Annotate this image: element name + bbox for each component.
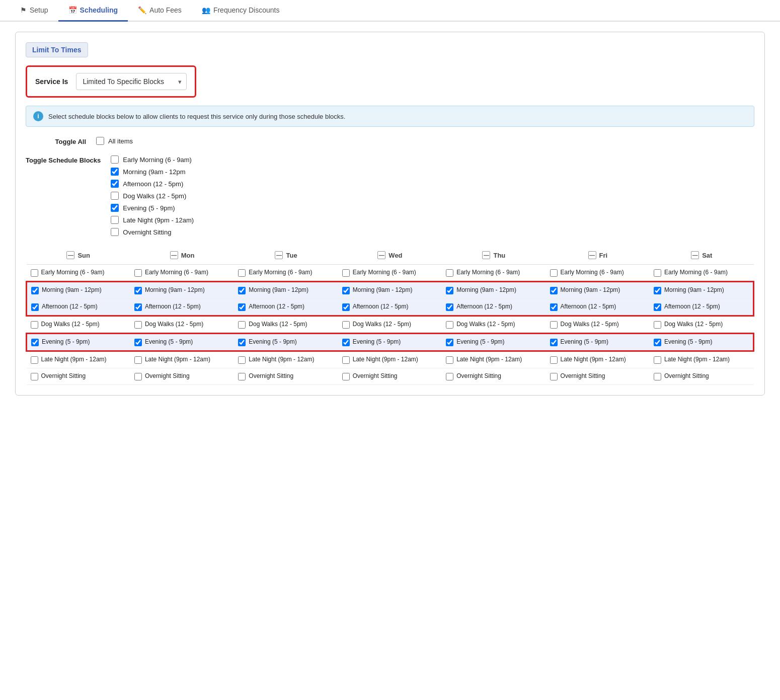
block-evening-checkbox[interactable] xyxy=(111,204,119,212)
day-header-tue[interactable]: — Tue xyxy=(234,246,338,265)
cb-tue-evening[interactable] xyxy=(238,339,246,346)
cb-tue-late-night[interactable] xyxy=(238,356,246,364)
cb-tue-early-morning[interactable] xyxy=(238,269,246,277)
row-late-night: Late Night (9pm - 12am) Late Night (9pm … xyxy=(27,351,754,368)
cell-mon-overnight: Overnight Sitting xyxy=(130,368,234,385)
cell-sat-evening: Evening (5 - 9pm) xyxy=(650,334,753,351)
cb-tue-afternoon[interactable] xyxy=(238,303,246,311)
cell-thu-early-morning: Early Morning (6 - 9am) xyxy=(442,265,545,282)
cb-wed-afternoon[interactable] xyxy=(342,303,350,311)
day-header-row: — Sun — Mon — xyxy=(27,246,754,265)
cb-thu-early-morning[interactable] xyxy=(446,269,453,277)
cb-fri-overnight[interactable] xyxy=(550,373,558,380)
schedule-grid: — Sun — Mon — xyxy=(26,246,754,385)
cb-thu-morning[interactable] xyxy=(446,287,453,294)
cb-wed-overnight[interactable] xyxy=(342,373,350,380)
cb-sun-overnight[interactable] xyxy=(31,373,38,380)
cell-mon-early-morning: Early Morning (6 - 9am) xyxy=(130,265,234,282)
block-afternoon-checkbox[interactable] xyxy=(111,180,119,188)
cb-mon-overnight[interactable] xyxy=(134,373,142,380)
cb-fri-late-night[interactable] xyxy=(550,356,558,364)
cb-fri-evening[interactable] xyxy=(550,339,558,346)
collapse-sat-icon[interactable]: — xyxy=(691,251,699,259)
day-header-wed[interactable]: — Wed xyxy=(338,246,442,265)
collapse-sun-icon[interactable]: — xyxy=(66,251,74,259)
day-header-thu[interactable]: — Thu xyxy=(442,246,545,265)
cb-thu-late-night[interactable] xyxy=(446,356,453,364)
cb-sat-early-morning[interactable] xyxy=(654,269,661,277)
cb-wed-late-night[interactable] xyxy=(342,356,350,364)
cb-thu-evening[interactable] xyxy=(446,339,453,346)
block-early-morning: Early Morning (6 - 9am) xyxy=(111,155,194,164)
collapse-mon-icon[interactable]: — xyxy=(170,251,178,259)
cb-sun-afternoon[interactable] xyxy=(31,303,39,311)
schedule-table: — Sun — Mon — xyxy=(26,246,754,385)
cb-sat-overnight[interactable] xyxy=(654,373,661,380)
cell-tue-afternoon: Afternoon (12 - 5pm) xyxy=(234,299,338,316)
cb-tue-dog-walks[interactable] xyxy=(238,321,246,329)
cb-fri-morning[interactable] xyxy=(550,287,558,294)
block-dog-walks-checkbox[interactable] xyxy=(111,192,119,200)
day-header-fri[interactable]: — Fri xyxy=(546,246,650,265)
service-is-container: Service Is Not Limited Limited To Specif… xyxy=(26,65,196,98)
cell-fri-evening: Evening (5 - 9pm) xyxy=(546,334,650,351)
cb-wed-evening[interactable] xyxy=(342,339,350,346)
block-overnight-checkbox[interactable] xyxy=(111,228,119,236)
collapse-thu-icon[interactable]: — xyxy=(482,251,490,259)
block-afternoon: Afternoon (12 - 5pm) xyxy=(111,180,194,188)
cb-sat-evening[interactable] xyxy=(654,339,661,346)
limit-to-times-section: Limit To Times Service Is Not Limited Li… xyxy=(15,32,765,396)
cb-sat-dog-walks[interactable] xyxy=(654,321,661,329)
toggle-all-checkbox[interactable] xyxy=(96,137,104,145)
cb-mon-afternoon[interactable] xyxy=(134,303,142,311)
cb-sun-late-night[interactable] xyxy=(31,356,38,364)
cb-fri-dog-walks[interactable] xyxy=(550,321,558,329)
tab-frequency-discounts[interactable]: 👥 Frequency Discounts xyxy=(192,0,290,22)
cb-sat-late-night[interactable] xyxy=(654,356,661,364)
cell-sat-morning: Morning (9am - 12pm) xyxy=(650,282,753,299)
cb-fri-early-morning[interactable] xyxy=(550,269,558,277)
collapse-fri-icon[interactable]: — xyxy=(588,251,596,259)
cb-thu-overnight[interactable] xyxy=(446,373,453,380)
cb-sun-early-morning[interactable] xyxy=(31,269,38,277)
tab-setup[interactable]: ⚑ Setup xyxy=(10,0,58,22)
cb-wed-early-morning[interactable] xyxy=(342,269,350,277)
cb-tue-morning[interactable] xyxy=(238,287,246,294)
cb-mon-morning[interactable] xyxy=(134,287,142,294)
collapse-wed-icon[interactable]: — xyxy=(377,251,385,259)
row-overnight: Overnight Sitting Overnight Sitting Over… xyxy=(27,368,754,385)
cell-thu-late-night: Late Night (9pm - 12am) xyxy=(442,351,545,368)
info-icon: i xyxy=(33,111,43,121)
cb-sun-morning[interactable] xyxy=(31,287,39,294)
cb-sat-afternoon[interactable] xyxy=(654,303,661,311)
toggle-all-row: All items xyxy=(96,137,133,145)
block-morning-checkbox[interactable] xyxy=(111,168,119,176)
cb-mon-evening[interactable] xyxy=(134,339,142,346)
day-header-mon[interactable]: — Mon xyxy=(130,246,234,265)
cb-mon-early-morning[interactable] xyxy=(134,269,142,277)
cb-wed-morning[interactable] xyxy=(342,287,350,294)
cb-fri-afternoon[interactable] xyxy=(550,303,558,311)
cell-wed-late-night: Late Night (9pm - 12am) xyxy=(338,351,442,368)
cb-thu-afternoon[interactable] xyxy=(446,303,453,311)
tab-scheduling[interactable]: 📅 Scheduling xyxy=(58,0,128,22)
cell-wed-morning: Morning (9am - 12pm) xyxy=(338,282,442,299)
block-late-night-checkbox[interactable] xyxy=(111,216,119,224)
cell-thu-evening: Evening (5 - 9pm) xyxy=(442,334,545,351)
block-early-morning-checkbox[interactable] xyxy=(111,155,119,164)
day-header-sun[interactable]: — Sun xyxy=(27,246,130,265)
cb-sat-morning[interactable] xyxy=(654,287,661,294)
service-is-label: Service Is xyxy=(35,77,68,86)
cb-sun-evening[interactable] xyxy=(31,339,39,346)
cb-tue-overnight[interactable] xyxy=(238,373,246,380)
tab-auto-fees[interactable]: ✏️ Auto Fees xyxy=(128,0,192,22)
cb-mon-late-night[interactable] xyxy=(134,356,142,364)
cb-mon-dog-walks[interactable] xyxy=(134,321,142,329)
collapse-tue-icon[interactable]: — xyxy=(275,251,283,259)
service-is-select[interactable]: Not Limited Limited To Specific Blocks L… xyxy=(76,73,187,90)
cb-wed-dog-walks[interactable] xyxy=(342,321,350,329)
day-header-sat[interactable]: — Sat xyxy=(650,246,753,265)
cb-thu-dog-walks[interactable] xyxy=(446,321,453,329)
row-evening: Evening (5 - 9pm) Evening (5 - 9pm) Even… xyxy=(27,334,754,351)
cb-sun-dog-walks[interactable] xyxy=(31,321,38,329)
